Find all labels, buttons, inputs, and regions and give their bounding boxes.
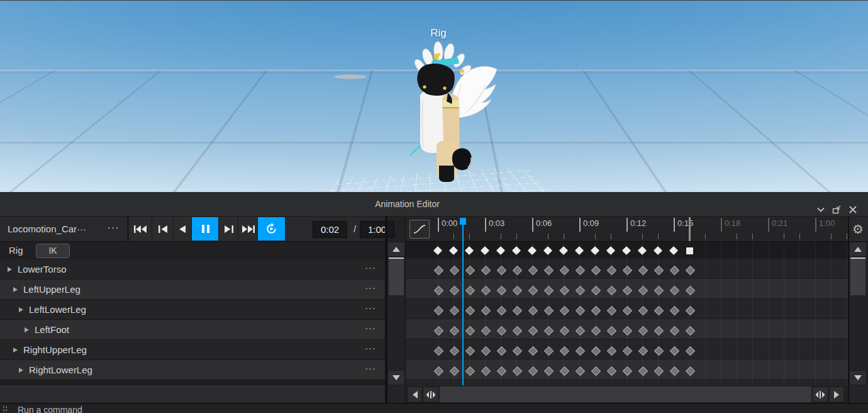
frame-gridline: [831, 242, 832, 385]
minor-tick: [831, 234, 832, 239]
step-back-button[interactable]: [152, 217, 174, 240]
total-time-field[interactable]: 1:00: [360, 221, 394, 238]
expand-arrow-icon[interactable]: [19, 307, 23, 312]
major-tick: [485, 218, 486, 232]
frame-gridline: [737, 242, 737, 385]
track-menu-button[interactable]: ···: [365, 300, 376, 319]
major-tick: [768, 218, 769, 232]
track-row-rightupperleg[interactable]: RightUpperLeg···: [0, 340, 385, 360]
track-row-lowertorso[interactable]: LowerTorso···: [0, 259, 385, 280]
major-tick: [626, 218, 628, 232]
scroll-down-button[interactable]: [387, 370, 405, 385]
animation-end-marker[interactable]: [689, 217, 691, 241]
keyframe-square[interactable]: [686, 247, 693, 254]
major-tick: [532, 218, 533, 232]
minor-tick: [705, 234, 706, 239]
easing-curve-button[interactable]: [409, 220, 430, 239]
settings-cell: ⚙: [848, 217, 868, 242]
panel-splitter[interactable]: [385, 217, 387, 403]
expand-arrow-icon[interactable]: [25, 327, 29, 332]
track-row-leftupperleg[interactable]: LeftUpperLeg···: [0, 280, 385, 300]
drag-handle-icon[interactable]: [3, 405, 8, 413]
tick-label: 0:06: [536, 218, 552, 228]
rig-name-label: Rig: [377, 27, 499, 40]
track-label: LowerTorso: [18, 259, 67, 280]
play-reverse-button[interactable]: [173, 217, 192, 240]
tick-label: 1:00: [819, 218, 835, 228]
zoom-handle-right[interactable]: [812, 387, 828, 402]
skip-to-end-button[interactable]: [238, 217, 258, 240]
roblox-studio-window: Rig Animation Editor Locomotion_Car··· ·…: [0, 0, 868, 413]
minor-tick: [642, 234, 643, 239]
foot: [439, 166, 454, 182]
close-icon[interactable]: [848, 205, 859, 215]
skip-to-start-button[interactable]: [128, 217, 152, 240]
scroll-up-button[interactable]: [387, 242, 405, 257]
minor-tick: [516, 234, 517, 239]
track-menu-button[interactable]: ···: [365, 320, 376, 339]
tracklist-vscrollbar: [387, 242, 405, 385]
major-tick: [579, 218, 581, 232]
track-menu-button[interactable]: ···: [365, 259, 376, 278]
step-forward-button[interactable]: [218, 217, 238, 240]
hscroll-thumb[interactable]: [440, 387, 811, 402]
frame-gridline: [784, 242, 784, 385]
chevron-down-icon[interactable]: [816, 205, 827, 215]
dopesheet[interactable]: [406, 242, 848, 385]
major-tick: [815, 218, 816, 232]
major-tick: [674, 218, 675, 232]
pause-button[interactable]: [191, 217, 219, 240]
track-menu-button[interactable]: ···: [365, 280, 376, 298]
expand-arrow-icon[interactable]: [13, 287, 18, 292]
3d-viewport[interactable]: Rig: [0, 0, 868, 192]
track-row-rightlowerleg[interactable]: RightLowerLeg···: [0, 360, 385, 380]
scroll-left-button[interactable]: [408, 387, 422, 402]
track-row-leftfoot[interactable]: LeftFoot···: [0, 320, 385, 340]
vscroll-thumb[interactable]: [850, 257, 865, 295]
playhead-handle[interactable]: [460, 218, 466, 225]
current-time-field[interactable]: 0:02: [313, 221, 347, 238]
track-menu-button[interactable]: ···: [365, 360, 376, 379]
track-label: LeftUpperLeg: [23, 280, 81, 300]
gear-icon[interactable]: ⚙: [852, 223, 864, 235]
expand-arrow-icon[interactable]: [13, 348, 18, 353]
frame-gridline: [705, 242, 706, 385]
timeline-ruler[interactable]: 0:000:030:060:090:120:150:180:211:00: [406, 217, 848, 242]
tick-label: 0:09: [583, 218, 599, 228]
time-separator: /: [349, 221, 360, 237]
tracklist-footer-strip: [0, 380, 385, 385]
expand-arrow-icon[interactable]: [8, 267, 12, 272]
animation-menu-button[interactable]: ···: [103, 217, 124, 241]
tick-label: 0:03: [489, 218, 504, 228]
rig-header-row: Rig IK: [0, 242, 385, 259]
major-tick: [721, 218, 722, 232]
major-tick: [438, 218, 439, 232]
toggle-loop-button[interactable]: [257, 217, 285, 240]
frame-gridline: [721, 242, 721, 385]
command-input[interactable]: Run a command: [18, 405, 82, 413]
vscroll-thumb[interactable]: [389, 257, 404, 295]
dopesheet-vscrollbar: [849, 242, 867, 385]
playhead-line[interactable]: [462, 218, 464, 385]
track-row-leftlowerleg[interactable]: LeftLowerLeg···: [0, 300, 385, 320]
minor-tick: [469, 234, 470, 239]
rig-character[interactable]: [302, 26, 516, 192]
ik-marker: [410, 145, 421, 156]
zoom-handle-left[interactable]: [423, 387, 439, 402]
scroll-up-button[interactable]: [849, 242, 867, 257]
minor-tick: [595, 234, 596, 239]
scroll-down-button[interactable]: [849, 370, 867, 385]
track-label: LeftFoot: [35, 320, 69, 340]
expand-arrow-icon[interactable]: [19, 368, 23, 373]
track-menu-button[interactable]: ···: [365, 340, 376, 359]
minor-tick: [564, 234, 564, 239]
ik-button[interactable]: IK: [36, 244, 70, 258]
tick-label: 0:21: [772, 218, 787, 228]
minor-tick: [737, 234, 737, 239]
frame-gridline: [768, 242, 769, 385]
scroll-corner: [849, 386, 868, 403]
animation-name[interactable]: Locomotion_Car···: [8, 217, 86, 241]
minor-tick: [548, 234, 548, 239]
dock-pane-icon[interactable]: [832, 205, 843, 215]
scroll-right-button[interactable]: [829, 387, 844, 402]
